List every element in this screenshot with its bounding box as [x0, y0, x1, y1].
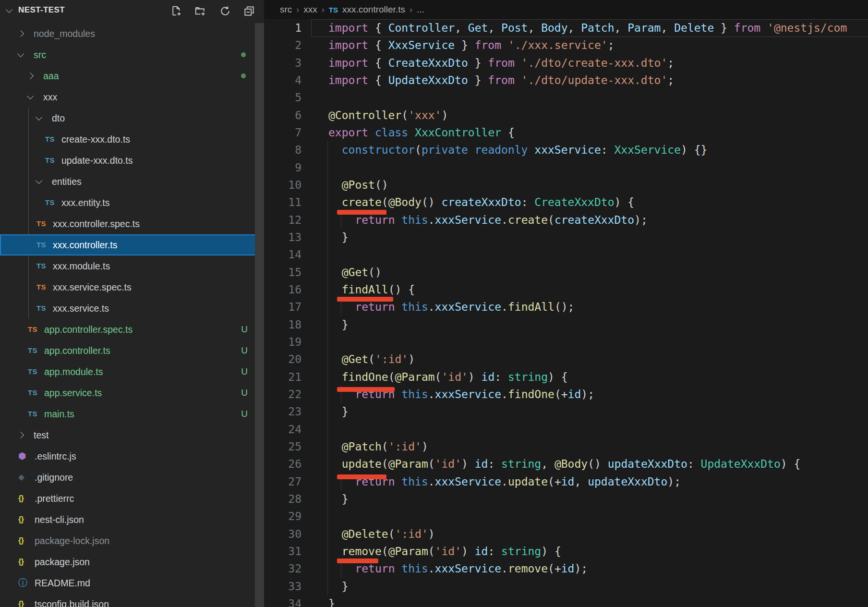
code-line[interactable]: 34} [264, 595, 868, 607]
code-line[interactable]: 16 findAll() { [264, 281, 868, 299]
line-number[interactable]: 29 [264, 508, 301, 525]
tree-item-package-lock.json[interactable]: {}package-lock.json [0, 530, 264, 551]
line-number[interactable]: 18 [264, 316, 301, 333]
tree-item-.gitignore[interactable]: ◆.gitignore [0, 467, 264, 488]
code-line[interactable]: 15 @Get() [264, 264, 868, 281]
line-number[interactable]: 16 [264, 281, 301, 298]
code-line[interactable]: 10 @Post() [264, 176, 868, 194]
breadcrumb-file[interactable]: xxx.controller.ts [342, 4, 405, 15]
line-number[interactable]: 6 [264, 107, 301, 124]
line-number[interactable]: 13 [264, 229, 301, 246]
tree-item-aaa[interactable]: aaa [0, 65, 264, 86]
tree-item-xxx.entity.ts[interactable]: TSxxx.entity.ts [0, 192, 264, 213]
line-number[interactable]: 22 [264, 386, 301, 403]
line-number[interactable]: 14 [264, 246, 301, 263]
breadcrumb: src › xxx › TS xxx.controller.ts › ... [264, 0, 868, 19]
line-number[interactable]: 23 [264, 403, 301, 420]
tree-item-app.controller.ts[interactable]: TSapp.controller.tsU [0, 340, 264, 361]
code-line[interactable]: 5 [264, 89, 868, 107]
code-line[interactable]: 19 [264, 333, 868, 351]
line-number[interactable]: 27 [264, 473, 301, 490]
code-line[interactable]: 33 } [264, 578, 868, 595]
code-line[interactable]: 2import { XxxService } from './xxx.servi… [264, 36, 868, 54]
breadcrumb-segment-xxx[interactable]: xxx [303, 4, 317, 15]
line-number[interactable]: 17 [264, 298, 301, 316]
tree-item-xxx.controller.ts[interactable]: TSxxx.controller.ts [0, 234, 264, 255]
line-number[interactable]: 2 [264, 36, 301, 54]
code-line[interactable]: 21 findOne(@Param('id') id: string) { [264, 368, 868, 386]
line-number[interactable]: 1 [264, 19, 301, 36]
line-number[interactable]: 19 [264, 333, 301, 351]
code-line[interactable]: 8 constructor(private readonly xxxServic… [264, 141, 868, 159]
tree-item-test[interactable]: test [0, 425, 264, 446]
tree-item-nest-cli.json[interactable]: {}nest-cli.json [0, 509, 264, 530]
line-number[interactable]: 15 [264, 264, 301, 281]
tree-item-create-xxx.dto.ts[interactable]: TScreate-xxx.dto.ts [0, 129, 264, 150]
code-line[interactable]: 4import { UpdateXxxDto } from './dto/upd… [264, 72, 868, 89]
line-number[interactable]: 3 [264, 54, 301, 72]
tree-item-tsconfig.build.json[interactable]: {}tsconfig.build.json [0, 594, 264, 607]
code-line[interactable]: 6@Controller('xxx') [264, 107, 868, 124]
tree-item-xxx[interactable]: xxx [0, 86, 264, 108]
tree-item-app.module.ts[interactable]: TSapp.module.tsU [0, 361, 264, 382]
code-line[interactable]: 28 } [264, 490, 868, 508]
tree-item-update-xxx.dto.ts[interactable]: TSupdate-xxx.dto.ts [0, 150, 264, 171]
tree-item-package.json[interactable]: {}package.json [0, 551, 264, 572]
line-number[interactable]: 9 [264, 159, 301, 176]
tree-item-xxx.controller.spec.ts[interactable]: TSxxx.controller.spec.ts [0, 213, 264, 234]
code-line[interactable]: 20 @Get(':id') [264, 351, 868, 368]
tree-item-.prettierrc[interactable]: {}.prettierrc [0, 488, 264, 509]
typescript-file-icon: TS [28, 361, 43, 382]
line-number[interactable]: 21 [264, 368, 301, 386]
breadcrumb-more[interactable]: ... [417, 4, 424, 15]
tree-item-label: src [34, 44, 46, 65]
tree-item-dto[interactable]: dto [0, 108, 264, 129]
tree-item-node_modules[interactable]: node_modules [0, 23, 264, 44]
line-number[interactable]: 34 [264, 595, 301, 607]
line-number[interactable]: 8 [264, 141, 301, 158]
code-line[interactable]: 1import { Controller, Get, Post, Body, P… [264, 19, 868, 37]
tree-item-src[interactable]: src [0, 44, 264, 65]
tree-item-app.service.ts[interactable]: TSapp.service.tsU [0, 382, 264, 403]
code-line[interactable]: 26 update(@Param('id') id: string, @Body… [264, 455, 868, 473]
line-number[interactable]: 26 [264, 455, 301, 473]
line-number[interactable]: 33 [264, 578, 301, 595]
line-number[interactable]: 4 [264, 72, 301, 89]
line-number[interactable]: 30 [264, 525, 301, 543]
line-number[interactable]: 7 [264, 124, 301, 141]
line-number[interactable]: 12 [264, 211, 301, 229]
code-line[interactable]: 23 } [264, 403, 868, 421]
code-line[interactable]: 18 } [264, 316, 868, 334]
tree-item-xxx.service.ts[interactable]: TSxxx.service.ts [0, 298, 264, 319]
line-number[interactable]: 25 [264, 438, 301, 455]
line-number[interactable]: 24 [264, 421, 301, 438]
line-number[interactable]: 28 [264, 490, 301, 508]
line-number[interactable]: 32 [264, 560, 301, 577]
line-number[interactable]: 11 [264, 194, 301, 211]
breadcrumb-segment-src[interactable]: src [280, 4, 292, 15]
code-line[interactable]: 14 [264, 246, 868, 264]
code-area[interactable]: 1import { Controller, Get, Post, Body, P… [264, 19, 868, 607]
tree-item-.eslintrc.js[interactable]: ⬢.eslintrc.js [0, 446, 264, 467]
code-line[interactable]: 30 @Delete(':id') [264, 525, 868, 543]
code-line[interactable]: 29 [264, 508, 868, 525]
code-line[interactable]: 7export class XxxController { [264, 124, 868, 142]
tree-item-xxx.module.ts[interactable]: TSxxx.module.ts [0, 255, 264, 277]
code-line[interactable]: 31 remove(@Param('id') id: string) { [264, 543, 868, 560]
line-number[interactable]: 31 [264, 543, 301, 560]
code-line[interactable]: 25 @Patch(':id') [264, 438, 868, 456]
line-number[interactable]: 5 [264, 89, 301, 106]
code-line[interactable]: 13 } [264, 229, 868, 246]
code-line[interactable]: 11 create(@Body() createXxxDto: CreateXx… [264, 194, 868, 211]
tree-item-app.controller.spec.ts[interactable]: TSapp.controller.spec.tsU [0, 319, 264, 340]
code-line[interactable]: 9 [264, 159, 868, 177]
code-line[interactable]: 3import { CreateXxxDto } from './dto/cre… [264, 54, 868, 72]
line-number[interactable]: 20 [264, 351, 301, 368]
tree-item-xxx.service.spec.ts[interactable]: TSxxx.service.spec.ts [0, 277, 264, 298]
tree-item-README.md[interactable]: ⓘREADME.md [0, 572, 264, 594]
explorer-scrollbar[interactable] [255, 23, 264, 607]
code-line[interactable]: 24 [264, 421, 868, 438]
line-number[interactable]: 10 [264, 176, 301, 194]
tree-item-entities[interactable]: entities [0, 171, 264, 192]
tree-item-main.ts[interactable]: TSmain.tsU [0, 403, 264, 425]
